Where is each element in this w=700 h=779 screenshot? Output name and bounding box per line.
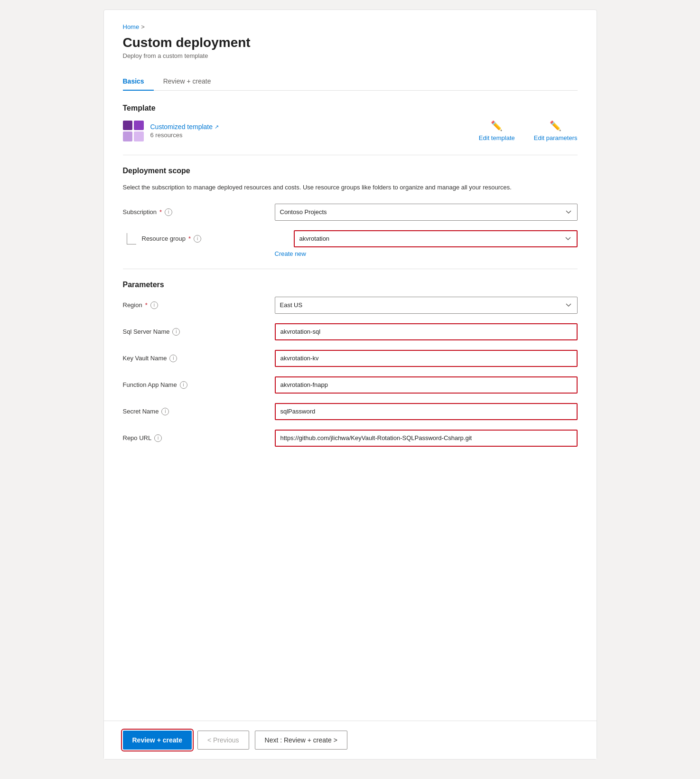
secret-name-label: Secret Name i <box>123 408 275 415</box>
resource-group-indent <box>123 233 142 244</box>
secret-name-info-icon[interactable]: i <box>161 408 169 415</box>
template-icon <box>123 121 144 141</box>
repo-url-input[interactable] <box>275 430 578 447</box>
region-label: Region * i <box>123 301 275 309</box>
icon-cell-1 <box>123 121 133 131</box>
deployment-scope-title: Deployment scope <box>123 167 578 175</box>
repo-url-label: Repo URL i <box>123 434 275 442</box>
deployment-scope-desc: Select the subscription to manage deploy… <box>123 183 578 192</box>
icon-cell-3 <box>123 131 133 141</box>
region-row: Region * i East US <box>123 297 578 314</box>
sql-server-name-label: Sql Server Name i <box>123 328 275 336</box>
edit-parameters-label: Edit parameters <box>534 134 578 141</box>
key-vault-name-label-text: Key Vault Name <box>123 355 167 362</box>
breadcrumb: Home > <box>123 23 578 30</box>
key-vault-name-input[interactable] <box>275 350 578 367</box>
secret-name-input[interactable] <box>275 403 578 420</box>
function-app-name-input[interactable] <box>275 376 578 394</box>
create-new-link[interactable]: Create new <box>275 250 578 257</box>
external-link-icon: ↗ <box>215 124 219 130</box>
previous-button[interactable]: < Previous <box>197 731 249 750</box>
parameters-section: Parameters Region * i East US Sql Server… <box>123 281 578 447</box>
sql-server-name-input[interactable] <box>275 323 578 340</box>
key-vault-name-row: Key Vault Name i <box>123 350 578 367</box>
subscription-row: Subscription * i Contoso Projects <box>123 204 578 221</box>
resource-group-info-icon[interactable]: i <box>194 235 201 243</box>
subscription-label: Subscription * i <box>123 208 275 216</box>
tab-review-create[interactable]: Review + create <box>163 73 221 91</box>
sql-server-name-info-icon[interactable]: i <box>172 328 180 336</box>
template-section: Template Customized template <box>123 104 578 141</box>
next-button[interactable]: Next : Review + create > <box>255 731 347 750</box>
subscription-select[interactable]: Contoso Projects <box>275 204 578 221</box>
main-content: Home > Custom deployment Deploy from a c… <box>104 10 597 721</box>
resource-group-label: Resource group * i <box>142 235 294 243</box>
edit-template-icon: ✏️ <box>491 120 503 131</box>
page-container: Home > Custom deployment Deploy from a c… <box>103 9 597 760</box>
key-vault-name-label: Key Vault Name i <box>123 355 275 362</box>
region-select[interactable]: East US <box>275 297 578 314</box>
repo-url-label-text: Repo URL <box>123 434 152 441</box>
resource-group-required: * <box>188 235 191 242</box>
parameters-section-title: Parameters <box>123 281 578 289</box>
template-card: Customized template ↗ 6 resources ✏️ Edi… <box>123 120 578 141</box>
template-resources: 6 resources <box>150 131 219 139</box>
sql-server-name-label-text: Sql Server Name <box>123 328 170 335</box>
deployment-scope-section: Deployment scope Select the subscription… <box>123 167 578 257</box>
tabs-container: Basics Review + create <box>123 73 578 91</box>
repo-url-row: Repo URL i <box>123 430 578 447</box>
template-actions: ✏️ Edit template ✏️ Edit parameters <box>479 120 578 141</box>
template-info: Customized template ↗ 6 resources <box>123 121 219 141</box>
template-name: Customized template <box>150 123 213 131</box>
function-app-name-info-icon[interactable]: i <box>180 381 187 389</box>
template-section-title: Template <box>123 104 578 113</box>
icon-cell-2 <box>134 121 144 131</box>
icon-cell-4 <box>134 131 144 141</box>
resource-group-row: Resource group * i akvrotation <box>123 230 578 247</box>
secret-name-label-text: Secret Name <box>123 408 159 415</box>
breadcrumb-separator: > <box>141 23 145 30</box>
repo-url-info-icon[interactable]: i <box>154 434 162 442</box>
breadcrumb-home[interactable]: Home <box>123 23 140 30</box>
key-vault-name-info-icon[interactable]: i <box>169 355 177 362</box>
region-info-icon[interactable]: i <box>150 301 158 309</box>
template-name-link[interactable]: Customized template ↗ <box>150 123 219 131</box>
secret-name-row: Secret Name i <box>123 403 578 420</box>
subscription-label-text: Subscription <box>123 208 157 216</box>
function-app-name-label-text: Function App Name <box>123 381 177 388</box>
divider-1 <box>123 155 578 155</box>
region-required: * <box>145 301 148 309</box>
resource-group-label-text: Resource group <box>142 235 186 242</box>
edit-template-button[interactable]: ✏️ Edit template <box>479 120 515 141</box>
divider-2 <box>123 269 578 269</box>
subscription-info-icon[interactable]: i <box>165 208 172 216</box>
subscription-required: * <box>159 208 162 216</box>
sql-server-name-row: Sql Server Name i <box>123 323 578 340</box>
template-link[interactable]: Customized template ↗ <box>150 123 219 131</box>
tab-basics[interactable]: Basics <box>123 73 154 91</box>
function-app-name-row: Function App Name i <box>123 376 578 394</box>
footer-bar: Review + create < Previous Next : Review… <box>104 721 597 759</box>
function-app-name-label: Function App Name i <box>123 381 275 389</box>
page-subtitle: Deploy from a custom template <box>123 52 578 59</box>
review-create-button[interactable]: Review + create <box>123 731 192 750</box>
edit-parameters-button[interactable]: ✏️ Edit parameters <box>534 120 578 141</box>
template-text: Customized template ↗ 6 resources <box>150 123 219 139</box>
edit-template-label: Edit template <box>479 134 515 141</box>
edit-parameters-icon: ✏️ <box>550 120 561 131</box>
resource-group-select[interactable]: akvrotation <box>294 230 578 247</box>
region-label-text: Region <box>123 301 142 309</box>
page-title: Custom deployment <box>123 35 578 50</box>
indent-line <box>127 233 136 244</box>
